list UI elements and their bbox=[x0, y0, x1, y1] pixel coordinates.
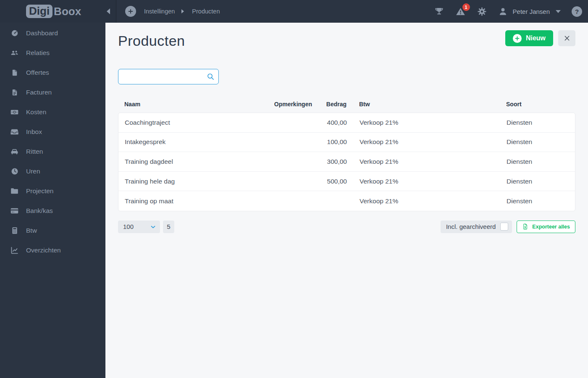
cell-bedrag: 400,00 bbox=[312, 119, 347, 126]
sidebar-label: Facturen bbox=[26, 89, 52, 96]
sidebar-item-relaties[interactable]: Relaties bbox=[0, 43, 105, 63]
file-icon bbox=[10, 68, 19, 77]
products-table: Coachingtraject 400,00 Verkoop 21% Diens… bbox=[118, 113, 575, 211]
chart-line-icon bbox=[10, 246, 19, 255]
inbox-icon bbox=[10, 128, 19, 136]
calculator-icon bbox=[10, 226, 19, 235]
excel-file-icon bbox=[522, 223, 529, 230]
cell-bedrag: 500,00 bbox=[312, 178, 347, 185]
sidebar-item-inbox[interactable]: Inbox bbox=[0, 122, 105, 142]
search-wrap bbox=[118, 69, 219, 84]
column-header-soort[interactable]: Soort bbox=[494, 101, 575, 108]
export-label: Exporteer alles bbox=[532, 224, 570, 230]
sidebar-collapse-icon[interactable] bbox=[107, 8, 110, 14]
trophy-icon[interactable] bbox=[434, 7, 444, 16]
user-menu-caret-icon[interactable] bbox=[556, 10, 561, 13]
cell-naam: Coachingtraject bbox=[118, 119, 266, 126]
breadcrumb-item-producten[interactable]: Producten bbox=[192, 8, 220, 15]
sidebar-label: Btw bbox=[26, 227, 37, 234]
table-header-row: Naam Opmerkingen Bedrag Btw Soort bbox=[118, 100, 575, 109]
sidebar-item-offertes[interactable]: Offertes bbox=[0, 63, 105, 82]
column-header-bedrag[interactable]: Bedrag bbox=[312, 101, 346, 108]
page-size-select[interactable]: 100 bbox=[118, 220, 160, 233]
table-row[interactable]: Training dagdeel 300,00 Verkoop 21% Dien… bbox=[118, 152, 575, 172]
cell-naam: Training hele dag bbox=[118, 178, 266, 185]
cell-btw: Verkoop 21% bbox=[347, 138, 494, 146]
close-button[interactable] bbox=[558, 30, 575, 46]
logo-digi: Digi bbox=[26, 5, 52, 18]
cell-btw: Verkoop 21% bbox=[347, 178, 494, 185]
breadcrumb-item-instellingen[interactable]: Instellingen bbox=[144, 8, 175, 15]
table-row[interactable]: Coachingtraject 400,00 Verkoop 21% Diens… bbox=[118, 113, 575, 133]
cell-soort: Diensten bbox=[494, 138, 575, 146]
search-input[interactable] bbox=[118, 69, 219, 84]
column-header-btw[interactable]: Btw bbox=[346, 101, 494, 108]
sidebar-item-dashboard[interactable]: Dashboard bbox=[0, 23, 105, 43]
column-header-opmerkingen[interactable]: Opmerkingen bbox=[265, 101, 312, 108]
plus-icon bbox=[128, 8, 134, 14]
cell-bedrag: 100,00 bbox=[312, 138, 347, 146]
page-head: Producten Nieuw bbox=[118, 23, 575, 49]
new-product-button[interactable]: Nieuw bbox=[505, 30, 553, 46]
users-icon bbox=[10, 49, 19, 57]
head-actions: Nieuw bbox=[505, 30, 575, 46]
sidebar-item-overzichten[interactable]: Overzichten bbox=[0, 240, 105, 260]
table-row[interactable]: Training op maat Verkoop 21% Diensten bbox=[118, 191, 575, 211]
breadcrumb: Instellingen Producten bbox=[125, 6, 220, 17]
cell-soort: Diensten bbox=[494, 197, 575, 205]
archived-label: Incl. gearchiveerd bbox=[446, 223, 496, 230]
cell-btw: Verkoop 21% bbox=[347, 197, 494, 205]
page-size-value: 100 bbox=[123, 223, 134, 230]
breadcrumb-separator-icon bbox=[181, 9, 184, 13]
cell-naam: Training op maat bbox=[118, 197, 266, 205]
user-avatar-icon[interactable] bbox=[498, 7, 508, 16]
table-row[interactable]: Intakegesprek 100,00 Verkoop 21% Dienste… bbox=[118, 133, 575, 152]
notification-badge: 1 bbox=[462, 3, 470, 11]
sidebar-item-ritten[interactable]: Ritten bbox=[0, 142, 105, 161]
quick-add-button[interactable] bbox=[125, 6, 136, 17]
sidebar-label: Uren bbox=[26, 168, 40, 175]
topbar: Digi Boox Instellingen Producten 1 bbox=[0, 0, 588, 23]
archived-checkbox[interactable] bbox=[500, 223, 508, 231]
sidebar-item-kosten[interactable]: Kosten bbox=[0, 102, 105, 122]
new-button-label: Nieuw bbox=[526, 34, 546, 42]
sidebar-label: Overzichten bbox=[26, 247, 61, 254]
sidebar-label: Offertes bbox=[26, 69, 49, 76]
user-name[interactable]: Peter Jansen bbox=[513, 8, 550, 15]
sidebar-item-bankkas[interactable]: Bank/kas bbox=[0, 201, 105, 220]
result-count-badge: 5 bbox=[163, 220, 174, 233]
clock-icon bbox=[10, 167, 19, 176]
page-title: Producten bbox=[118, 33, 185, 49]
invoice-icon bbox=[10, 88, 19, 97]
help-icon[interactable]: ? bbox=[572, 6, 582, 17]
cell-btw: Verkoop 21% bbox=[347, 158, 494, 165]
car-icon bbox=[10, 147, 19, 156]
plus-icon bbox=[513, 34, 522, 43]
close-icon bbox=[564, 35, 570, 42]
cell-soort: Diensten bbox=[494, 119, 575, 126]
gear-icon[interactable] bbox=[477, 7, 487, 16]
gauge-icon bbox=[10, 29, 19, 37]
credit-card-icon bbox=[10, 207, 19, 215]
cell-naam: Intakegesprek bbox=[118, 138, 266, 146]
money-icon bbox=[10, 108, 19, 116]
sidebar: Dashboard Relaties Offertes bbox=[0, 23, 105, 378]
sidebar-label: Bank/kas bbox=[26, 207, 53, 215]
sidebar-item-projecten[interactable]: Projecten bbox=[0, 181, 105, 201]
topbar-actions: 1 bbox=[423, 6, 588, 17]
logo-boox: Boox bbox=[54, 5, 81, 18]
export-all-button[interactable]: Exporteer alles bbox=[517, 220, 575, 233]
cell-btw: Verkoop 21% bbox=[347, 119, 494, 126]
sidebar-label: Ritten bbox=[26, 148, 43, 155]
footer-right: Incl. gearchiveerd Exporteer alles bbox=[441, 220, 575, 233]
sidebar-label: Inbox bbox=[26, 128, 42, 136]
sidebar-item-facturen[interactable]: Facturen bbox=[0, 82, 105, 102]
sidebar-item-btw[interactable]: Btw bbox=[0, 220, 105, 240]
table-row[interactable]: Training hele dag 500,00 Verkoop 21% Die… bbox=[118, 172, 575, 192]
notifications-warning-icon[interactable]: 1 bbox=[455, 7, 466, 16]
list-footer: 100 5 Incl. gearchiveerd Exporteer alles bbox=[118, 220, 575, 233]
column-header-naam[interactable]: Naam bbox=[118, 101, 265, 108]
sidebar-label: Kosten bbox=[26, 108, 46, 116]
brand-logo[interactable]: Digi Boox bbox=[0, 0, 116, 23]
sidebar-item-uren[interactable]: Uren bbox=[0, 161, 105, 181]
